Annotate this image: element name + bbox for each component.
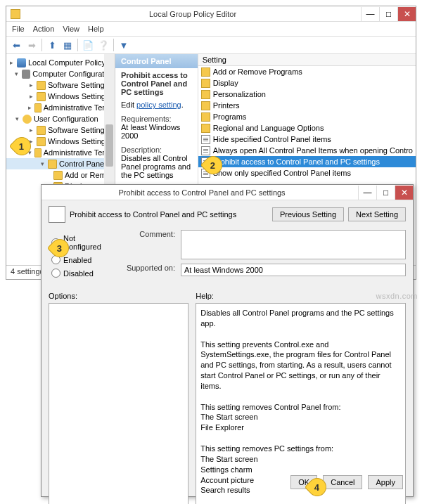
up-icon[interactable]: ⬆: [45, 38, 59, 52]
gpe-titlebar[interactable]: Local Group Policy Editor — □ ✕: [6, 6, 416, 22]
folder-icon: [201, 67, 210, 77]
list-item[interactable]: Display: [198, 77, 416, 89]
radio-input[interactable]: [51, 238, 60, 247]
filter-icon[interactable]: ▼: [117, 38, 131, 52]
cancel-button[interactable]: Cancel: [323, 475, 362, 489]
forward-icon[interactable]: ➡: [25, 38, 39, 52]
tree-admin-templ-u[interactable]: ▾Administrative Templ: [6, 147, 115, 158]
help-box[interactable]: Disables all Control Panel programs and …: [196, 303, 406, 504]
maximize-button[interactable]: □: [376, 186, 395, 200]
tree-label: Computer Configuration: [32, 70, 115, 78]
collapse-icon[interactable]: ▸: [8, 59, 15, 66]
radio-input[interactable]: [51, 269, 60, 278]
tree-user-config[interactable]: ▾User Configuration: [6, 113, 115, 124]
collapse-icon[interactable]: ▾: [13, 70, 20, 77]
list-item[interactable]: Personalization: [198, 89, 416, 100]
tree-root[interactable]: ▸Local Computer Policy: [6, 57, 115, 68]
expand-icon[interactable]: ▸: [27, 104, 32, 111]
show-hide-tree-icon[interactable]: ▦: [60, 38, 75, 52]
req-text: At least Windows 2000: [121, 123, 192, 140]
tree-label: User Configuration: [34, 115, 98, 123]
dlg-subtitle: Prohibit access to Control Panel and PC …: [70, 210, 268, 219]
collapse-icon[interactable]: ▾: [39, 160, 46, 167]
radio-disabled[interactable]: Disabled: [51, 269, 112, 278]
minimize-button[interactable]: —: [361, 7, 379, 21]
gpe-toolbar: ⬅ ➡ ⬆ ▦ 📄 ❔ ▼: [6, 36, 416, 54]
collapse-icon[interactable]: ▾: [27, 149, 32, 156]
options-box[interactable]: [49, 303, 188, 504]
list-item[interactable]: Printers: [198, 100, 416, 111]
menu-view[interactable]: View: [63, 25, 79, 33]
edit-policy-link[interactable]: policy setting: [136, 101, 181, 109]
radio-input[interactable]: [51, 255, 60, 264]
col-setting[interactable]: Setting: [198, 54, 416, 66]
gpe-window-buttons: — □ ✕: [361, 7, 416, 21]
separator: [77, 39, 78, 51]
radio-not-configured[interactable]: Not Configured: [51, 234, 112, 251]
export-icon[interactable]: 📄: [81, 38, 95, 52]
ok-button[interactable]: OK: [290, 475, 317, 489]
tree-label: Windows Settings: [48, 92, 109, 101]
list-item[interactable]: Add or Remove Programs: [198, 66, 416, 77]
watermark: wsxdn.com: [376, 292, 418, 300]
expand-icon[interactable]: ▸: [27, 138, 34, 145]
scrollbar-thumb[interactable]: [106, 124, 113, 167]
tree-sw-settings-u[interactable]: ▸Software Settings: [6, 124, 115, 136]
folder-icon: [201, 101, 210, 110]
list-item[interactable]: Programs: [198, 111, 416, 122]
tree-control-panel[interactable]: ▾Control Panel: [6, 158, 115, 169]
gpe-icon: [11, 9, 20, 19]
close-button[interactable]: ✕: [397, 7, 416, 21]
dlg-body: Prohibit access to Control Panel and PC …: [41, 200, 413, 504]
help-pane: Help: Disables all Control Panel program…: [196, 292, 406, 504]
list-item-selected[interactable]: Prohibit access to Control Panel and PC …: [198, 156, 416, 167]
radio-enabled[interactable]: Enabled: [51, 255, 112, 264]
comment-field[interactable]: [181, 230, 406, 259]
tree-label: Control Panel: [59, 160, 106, 168]
menu-action[interactable]: Action: [33, 25, 55, 33]
close-button[interactable]: ✕: [395, 186, 413, 200]
folder-icon: [37, 137, 46, 146]
state-radios: Not Configured Enabled Disabled: [51, 234, 112, 278]
tree-win-settings[interactable]: ▸Windows Settings: [6, 91, 115, 102]
list-item[interactable]: Hide specified Control Panel items: [198, 134, 416, 145]
collapse-icon[interactable]: ▾: [13, 115, 20, 122]
comment-label: Comment:: [126, 230, 175, 259]
expand-icon[interactable]: ▸: [27, 82, 34, 89]
dlg-title: Prohibit access to Control Panel and PC …: [46, 188, 358, 197]
computer-icon: [22, 70, 30, 79]
setting-icon: [201, 169, 210, 178]
req-label: Requirements:: [121, 115, 192, 123]
previous-setting-button[interactable]: Previous Setting: [272, 207, 344, 221]
minimize-button[interactable]: —: [358, 186, 376, 200]
dlg-window-buttons: — □ ✕: [358, 186, 413, 200]
desc-label: Description:: [121, 146, 192, 154]
tree-win-settings-u[interactable]: ▸Windows Settings: [6, 136, 115, 147]
expand-icon[interactable]: ▸: [27, 127, 34, 134]
apply-button[interactable]: Apply: [368, 475, 403, 489]
edit-row: Edit policy setting.: [121, 101, 192, 109]
policy-icon: [17, 58, 26, 67]
list-item[interactable]: Show only specified Control Panel items: [198, 167, 416, 179]
maximize-button[interactable]: □: [379, 7, 397, 21]
list-item[interactable]: Regional and Language Options: [198, 122, 416, 134]
back-icon[interactable]: ⬅: [9, 38, 23, 52]
tree-sw-settings[interactable]: ▸Software Settings: [6, 79, 115, 91]
menu-help[interactable]: Help: [88, 25, 104, 33]
tree-admin-templ[interactable]: ▸Administrative Templ: [6, 102, 115, 113]
tree-computer-config[interactable]: ▾Computer Configuration: [6, 68, 115, 79]
help-icon[interactable]: ❔: [96, 38, 110, 52]
details-header: Control Panel: [115, 54, 198, 68]
dlg-titlebar[interactable]: Prohibit access to Control Panel and PC …: [41, 185, 413, 200]
tree-cp-child[interactable]: Add or Remov: [6, 169, 115, 181]
expand-icon[interactable]: ▸: [27, 93, 34, 100]
dlg-header: Prohibit access to Control Panel and PC …: [49, 206, 406, 223]
setting-icon: [201, 146, 210, 155]
tree-label: Software Settings: [48, 126, 108, 134]
list-item[interactable]: Always open All Control Panel Items when…: [198, 145, 416, 156]
setting-icon: [201, 135, 210, 144]
menu-file[interactable]: File: [12, 25, 25, 33]
setting-icon: [49, 206, 65, 223]
options-label: Options:: [49, 292, 188, 300]
next-setting-button[interactable]: Next Setting: [348, 207, 406, 221]
